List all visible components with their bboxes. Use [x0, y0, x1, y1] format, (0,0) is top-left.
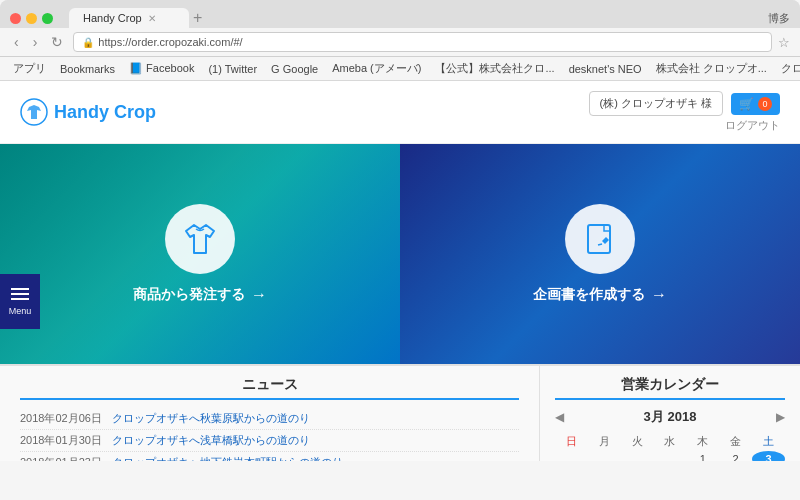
- news-date: 2018年02月06日: [20, 411, 102, 426]
- calendar-day: [654, 451, 687, 461]
- calendar-day-header: 日: [555, 432, 588, 451]
- hero-left-text: 商品から発注する: [133, 286, 245, 304]
- hamburger-icon: [11, 288, 29, 300]
- news-link[interactable]: クロップオザキへ地下鉄岩本町駅からの道のり: [112, 455, 343, 461]
- logo-area: Handy Crop: [20, 98, 156, 126]
- back-button[interactable]: ‹: [10, 32, 23, 52]
- bookmark-apps[interactable]: アプリ: [10, 60, 49, 77]
- calendar-next-button[interactable]: ▶: [776, 410, 785, 424]
- calendar-day-header: 火: [621, 432, 654, 451]
- hero-left-label: 商品から発注する →: [133, 286, 267, 304]
- minimize-button[interactable]: [26, 13, 37, 24]
- shirt-icon: [182, 221, 218, 257]
- news-section-title: ニュース: [20, 376, 519, 400]
- news-date: 2018年01月23日: [20, 455, 102, 461]
- news-link[interactable]: クロップオザキへ浅草橋駅からの道のり: [112, 433, 310, 448]
- bookmark-facebook[interactable]: 📘 Facebook: [126, 61, 197, 76]
- calendar-day-header: 金: [719, 432, 752, 451]
- hero-right-panel[interactable]: 企画書を作成する →: [400, 144, 800, 364]
- hero-section: Menu 商品から発注する →: [0, 144, 800, 364]
- bookmarks-bar: アプリ Bookmarks 📘 Facebook (1) Twitter G G…: [0, 57, 800, 81]
- hero-right-text: 企画書を作成する: [533, 286, 645, 304]
- cart-icon: 🛒: [739, 97, 754, 111]
- bookmark-twitter[interactable]: (1) Twitter: [205, 62, 260, 76]
- calendar-section: 営業カレンダー ◀ 3月 2018 ▶ 日月火水木金土1234567891011…: [540, 366, 800, 461]
- lower-content: ニュース 2018年02月06日クロップオザキへ秋葉原駅からの道のり2018年0…: [0, 364, 800, 461]
- menu-label: Menu: [9, 306, 32, 316]
- hero-right-icon-circle: [565, 204, 635, 274]
- bookmark-cropozaki[interactable]: 株式会社 クロップオ...: [653, 60, 770, 77]
- hero-left-panel[interactable]: 商品から発注する →: [0, 144, 400, 364]
- calendar-day[interactable]: 3: [752, 451, 785, 461]
- cart-badge: 0: [758, 97, 772, 111]
- tab-title: Handy Crop: [83, 12, 142, 24]
- svg-line-2: [598, 244, 602, 245]
- edit-icon: [582, 221, 618, 257]
- news-item: 2018年01月23日クロップオザキへ地下鉄岩本町駅からの道のり: [20, 452, 519, 461]
- traffic-lights: [10, 13, 53, 24]
- news-link[interactable]: クロップオザキへ秋葉原駅からの道のり: [112, 411, 310, 426]
- page-header: Handy Crop (株) クロップオザキ 様 🛒 0 ログアウト: [0, 81, 800, 144]
- news-item: 2018年01月30日クロップオザキへ浅草橋駅からの道のり: [20, 430, 519, 452]
- calendar-day-header: 木: [686, 432, 719, 451]
- calendar-section-title: 営業カレンダー: [555, 376, 785, 400]
- calendar-day-header: 月: [588, 432, 621, 451]
- logo-icon: [20, 98, 48, 126]
- calendar-day: [621, 451, 654, 461]
- calendar-month-label: 3月 2018: [644, 408, 697, 426]
- calendar-day: [555, 451, 588, 461]
- bookmark-bookmarks[interactable]: Bookmarks: [57, 62, 118, 76]
- calendar-prev-button[interactable]: ◀: [555, 410, 564, 424]
- calendar-day-header: 水: [654, 432, 687, 451]
- news-date: 2018年01月30日: [20, 433, 102, 448]
- tab-close-btn[interactable]: ✕: [148, 13, 156, 24]
- tab-bar: Handy Crop ✕ +: [69, 8, 202, 28]
- hero-left-icon-circle: [165, 204, 235, 274]
- header-right: (株) クロップオザキ 様 🛒 0 ログアウト: [589, 91, 780, 133]
- bookmark-star-button[interactable]: ☆: [778, 35, 790, 50]
- hero-right-label: 企画書を作成する →: [533, 286, 667, 304]
- active-tab[interactable]: Handy Crop ✕: [69, 8, 189, 28]
- calendar-grid: 日月火水木金土123456789101112131415161718192021…: [555, 432, 785, 461]
- bookmark-ameba[interactable]: Ameba (アメーバ): [329, 60, 424, 77]
- page-wrapper: Handy Crop (株) クロップオザキ 様 🛒 0 ログアウト: [0, 81, 800, 461]
- forward-button[interactable]: ›: [29, 32, 42, 52]
- left-menu: Menu: [0, 274, 40, 329]
- news-section: ニュース 2018年02月06日クロップオザキへ秋葉原駅からの道のり2018年0…: [0, 366, 540, 461]
- maximize-button[interactable]: [42, 13, 53, 24]
- lock-icon: 🔒: [82, 37, 94, 48]
- close-button[interactable]: [10, 13, 21, 24]
- bookmark-google[interactable]: G Google: [268, 62, 321, 76]
- reload-button[interactable]: ↻: [47, 32, 67, 52]
- news-item: 2018年02月06日クロップオザキへ秋葉原駅からの道のり: [20, 408, 519, 430]
- calendar-day-header: 土: [752, 432, 785, 451]
- hero-left-arrow: →: [251, 286, 267, 304]
- cart-button[interactable]: 🛒 0: [731, 93, 780, 115]
- hero-right-arrow: →: [651, 286, 667, 304]
- address-bar[interactable]: 🔒 https://order.cropozaki.com/#/: [73, 32, 772, 52]
- calendar-day[interactable]: 1: [686, 451, 719, 461]
- bookmark-cropozaki-ne[interactable]: クロップオザキのネ...: [778, 60, 800, 77]
- calendar-day[interactable]: 2: [719, 451, 752, 461]
- bookmark-corp1[interactable]: 【公式】株式会社クロ...: [432, 60, 557, 77]
- news-list: 2018年02月06日クロップオザキへ秋葉原駅からの道のり2018年01月30日…: [20, 408, 519, 461]
- bookmark-desknet[interactable]: desknet's NEO: [566, 62, 645, 76]
- browser-user-label: 博多: [768, 11, 790, 26]
- calendar-header: ◀ 3月 2018 ▶: [555, 408, 785, 426]
- calendar-day: [588, 451, 621, 461]
- nav-bar: ‹ › ↻ 🔒 https://order.cropozaki.com/#/ ☆: [0, 28, 800, 57]
- new-tab-button[interactable]: +: [193, 9, 202, 27]
- logo-text: Handy Crop: [54, 102, 156, 123]
- menu-button[interactable]: Menu: [0, 274, 40, 329]
- user-info-button[interactable]: (株) クロップオザキ 様: [589, 91, 723, 116]
- address-text: https://order.cropozaki.com/#/: [98, 36, 242, 48]
- logout-button[interactable]: ログアウト: [725, 118, 780, 133]
